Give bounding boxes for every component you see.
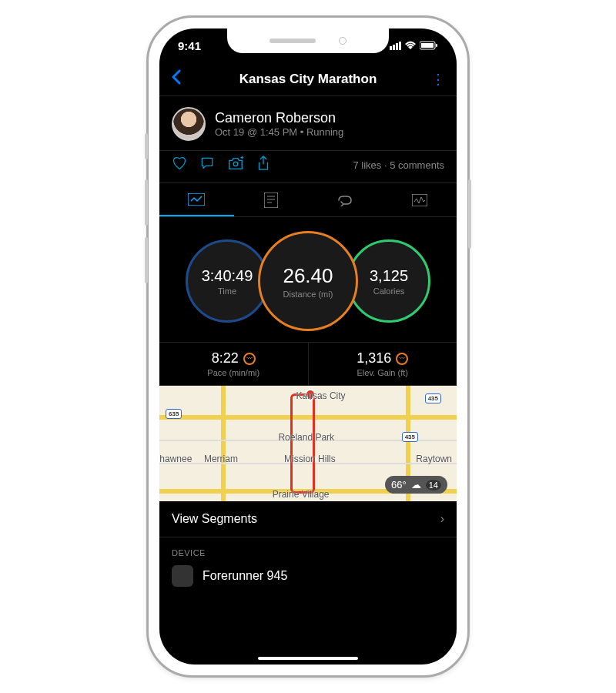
map-place-label: Merriam [204, 454, 238, 464]
highway-shield: 435 [425, 393, 441, 403]
highway-shield: 435 [402, 432, 418, 442]
wifi-icon [404, 41, 417, 50]
profile-row[interactable]: Cameron Roberson Oct 19 @ 1:45 PM • Runn… [159, 96, 457, 147]
screen: 9:41 Kansas City Marathon ⋮ Cameron Robe… [159, 28, 457, 665]
home-indicator[interactable] [258, 657, 358, 660]
device-row[interactable]: Forerunner 945 [159, 562, 457, 590]
tab-overview[interactable] [159, 183, 234, 216]
status-time: 9:41 [178, 39, 201, 52]
social-stats: 7 likes · 5 comments [353, 159, 444, 171]
stat-elev-label: Elev. Gain (ft) [357, 368, 408, 377]
map-place-label: Raytown [416, 454, 452, 464]
profile-meta: Oct 19 @ 1:45 PM • Running [215, 126, 343, 138]
map[interactable]: Kansas City Roeland Park Mission Hills M… [159, 386, 457, 501]
back-button[interactable] [170, 69, 193, 89]
stat-calories-circle: 3,125 Calories [347, 239, 430, 323]
svg-rect-7 [264, 192, 278, 208]
stat-calories-value: 3,125 [370, 267, 408, 285]
view-segments-button[interactable]: View Segments › [159, 501, 457, 537]
map-place-label: Prairie Village [273, 489, 330, 500]
stat-pace-value: 8:22 [212, 350, 239, 367]
map-route [290, 393, 315, 494]
device-name: Forerunner 945 [203, 569, 287, 583]
likes-count: 7 likes [353, 159, 381, 171]
cloud-icon: ☁ [411, 479, 421, 490]
nav-bar: Kansas City Marathon ⋮ [159, 62, 457, 96]
tab-charts[interactable] [383, 183, 457, 216]
comments-count: 5 comments [390, 159, 444, 171]
like-icon[interactable] [172, 156, 187, 175]
stat-time-value: 3:40:49 [202, 267, 253, 285]
svg-point-3 [233, 162, 238, 166]
svg-rect-2 [436, 44, 437, 47]
view-segments-label: View Segments [172, 512, 257, 526]
stat-distance-label: Distance (mi) [283, 290, 333, 299]
weather-pill[interactable]: 66° ☁ 14 [385, 476, 447, 494]
map-city-label: Kansas City [296, 390, 346, 401]
map-place-label: Shawnee [159, 454, 192, 464]
profile-name: Cameron Roberson [215, 110, 343, 126]
tab-row [159, 183, 457, 217]
circles-row: 3:40:49 Time 26.40 Distance (mi) 3,125 C… [159, 217, 457, 342]
stat-calories-label: Calories [373, 286, 404, 296]
more-button[interactable]: ⋮ [423, 71, 446, 88]
tab-laps[interactable] [308, 183, 383, 216]
camera-icon[interactable] [227, 156, 244, 175]
svg-rect-1 [421, 43, 434, 48]
pulse-icon: 〰 [243, 353, 256, 365]
status-right [390, 41, 438, 50]
device-image [172, 565, 193, 587]
notch [227, 28, 389, 53]
stat-distance-circle: 26.40 Distance (mi) [258, 231, 358, 331]
signal-icon [390, 42, 401, 50]
stat-time-circle: 3:40:49 Time [186, 239, 269, 323]
stat-time-label: Time [218, 286, 236, 296]
phone-frame: 9:41 Kansas City Marathon ⋮ Cameron Robe… [146, 15, 470, 678]
comment-icon[interactable] [199, 156, 215, 175]
stat-elev-value: 1,316 [357, 350, 391, 367]
weather-extra: 14 [426, 480, 441, 490]
sub-stats-row: 8:22 〰 Pace (min/mi) 1,316 〰 Elev. Gain … [159, 342, 457, 386]
social-row: 7 likes · 5 comments [159, 150, 457, 183]
avatar [172, 107, 206, 141]
map-place-label: Roeland Park [278, 432, 334, 443]
tab-stats[interactable] [234, 183, 309, 216]
stat-pace: 8:22 〰 Pace (min/mi) [159, 343, 309, 385]
stat-pace-label: Pace (min/mi) [207, 368, 259, 377]
chevron-right-icon: › [440, 512, 444, 526]
weather-temp: 66° [391, 479, 407, 490]
pulse-icon: 〰 [396, 353, 408, 365]
stat-distance-value: 26.40 [283, 264, 333, 288]
map-place-label: Mission Hills [284, 454, 336, 464]
stat-elev: 1,316 〰 Elev. Gain (ft) [309, 343, 457, 385]
page-title: Kansas City Marathon [193, 72, 423, 87]
battery-icon [420, 41, 438, 50]
highway-shield: 635 [166, 409, 182, 419]
share-icon[interactable] [256, 156, 270, 175]
device-section-header: DEVICE [159, 537, 457, 562]
